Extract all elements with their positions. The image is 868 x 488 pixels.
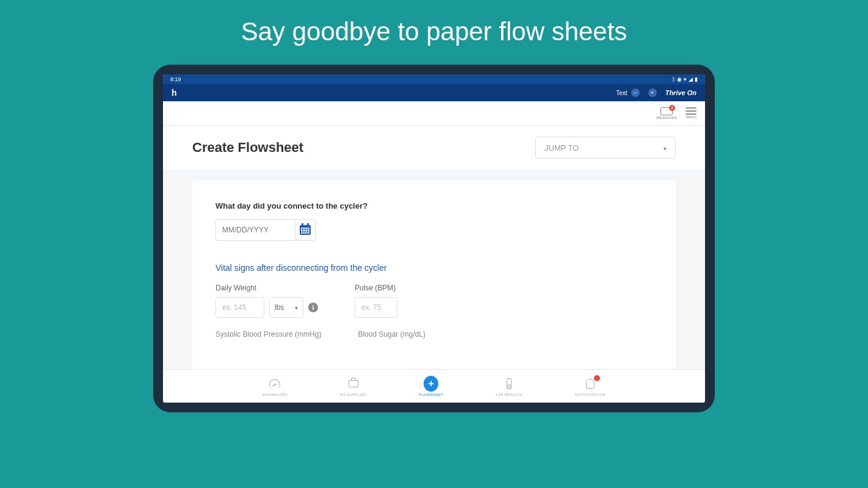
app-header: h Text − + Thrive On <box>163 84 705 101</box>
app-logo[interactable]: h <box>172 88 177 98</box>
pulse-field: Pulse (BPM) <box>355 284 397 318</box>
weight-label: Daily Weight <box>215 284 318 292</box>
android-status-bar: 8:19 ᛒ ◉ ▾ ◢ ▮ <box>163 74 705 84</box>
messages-button[interactable]: 2 MESSAGES <box>656 107 677 120</box>
bluetooth-icon: ᛒ <box>672 76 675 82</box>
calendar-button[interactable] <box>295 219 316 241</box>
jump-to-dropdown[interactable]: JUMP TO <box>535 137 676 159</box>
blood-sugar-label: Blood Sugar (mg/dL) <box>358 330 425 339</box>
truncated-fields: Systolic Blood Pressure (mmHg) Blood Sug… <box>215 330 653 339</box>
signal-icon: ◢ <box>689 76 693 82</box>
screen: 8:19 ᛒ ◉ ▾ ◢ ▮ h Text − + Thrive On <box>163 74 705 403</box>
nav-flowsheet[interactable]: + FLOWSHEET <box>419 376 443 396</box>
pulse-label: Pulse (BPM) <box>355 284 397 292</box>
hamburger-icon <box>685 107 696 115</box>
wifi-icon: ▾ <box>684 76 687 82</box>
nav-supplies-label: MY SUPPLIES <box>340 393 366 396</box>
weight-field: Daily Weight lbs i <box>215 284 318 318</box>
notification-badge <box>594 375 600 381</box>
text-size-button[interactable]: Text − <box>616 88 639 97</box>
gauge-icon <box>269 379 280 388</box>
plus-icon[interactable]: + <box>648 88 657 97</box>
question-cycler-date: What day did you connect to the cycler? <box>215 201 653 210</box>
page-header: Create Flowsheet JUMP TO <box>163 126 705 170</box>
location-icon: ◉ <box>677 76 682 82</box>
text-size-label: Text <box>616 90 627 96</box>
nav-lab-label: LAB RESULTS <box>496 393 523 396</box>
form-card: What day did you connect to the cycler? … <box>192 181 676 376</box>
nav-lab[interactable]: LAB RESULTS <box>496 376 523 396</box>
status-tray: ᛒ ◉ ▾ ◢ ▮ <box>672 76 698 82</box>
bell-icon <box>586 379 595 389</box>
chevron-down-icon <box>664 143 667 152</box>
minus-icon: − <box>631 88 640 97</box>
page-title: Create Flowsheet <box>192 140 303 156</box>
nav-dashboard[interactable]: DASHBOARD <box>262 376 288 396</box>
nav-dashboard-label: DASHBOARD <box>262 393 288 396</box>
chevron-down-icon <box>295 303 298 312</box>
toolbar: 2 MESSAGES MENU <box>163 101 705 126</box>
calendar-icon <box>300 225 311 235</box>
menu-label: MENU <box>685 115 696 119</box>
nav-notifications-label: NOTIFICATIONS <box>575 393 606 396</box>
marketing-headline: Say goodbye to paper flow sheets <box>241 17 627 46</box>
content-area: What day did you connect to the cycler? … <box>163 170 705 403</box>
nav-supplies[interactable]: MY SUPPLIES <box>340 376 366 396</box>
battery-icon: ▮ <box>695 76 698 82</box>
vitals-section-title: Vital signs after disconnecting from the… <box>215 263 653 273</box>
nav-flowsheet-label: FLOWSHEET <box>419 393 443 396</box>
bottom-nav: DASHBOARD MY SUPPLIES + FLOWSHEET LAB RE… <box>163 369 705 403</box>
messages-badge: 2 <box>669 105 675 111</box>
status-time: 8:19 <box>170 76 181 82</box>
plus-circle-icon: + <box>424 376 438 392</box>
bag-icon <box>349 380 358 387</box>
jump-to-label: JUMP TO <box>544 143 579 152</box>
systolic-label: Systolic Blood Pressure (mmHg) <box>215 330 321 339</box>
test-tube-icon <box>507 378 512 389</box>
nav-notifications[interactable]: NOTIFICATIONS <box>575 376 606 396</box>
date-input[interactable] <box>215 219 295 241</box>
weight-unit-select[interactable]: lbs <box>269 297 303 318</box>
brand-logo: Thrive On <box>665 89 696 96</box>
weight-unit-label: lbs <box>275 303 284 312</box>
weight-input[interactable] <box>215 297 264 318</box>
menu-button[interactable]: MENU <box>685 107 696 119</box>
info-icon[interactable]: i <box>308 303 318 312</box>
pulse-input[interactable] <box>355 297 397 318</box>
messages-label: MESSAGES <box>656 116 677 120</box>
tablet-frame: 8:19 ᛒ ◉ ▾ ◢ ▮ h Text − + Thrive On <box>153 65 715 412</box>
